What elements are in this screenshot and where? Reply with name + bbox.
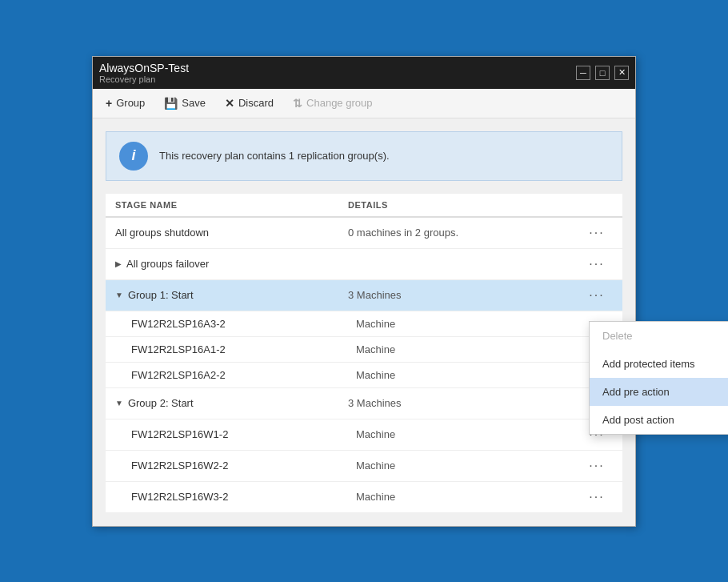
context-menu-add-pre-action[interactable]: Add pre action (590, 378, 728, 406)
row-details-fw16a1: Machine (356, 343, 581, 355)
table-row: FW12R2LSP16W3-2 Machine ··· (106, 482, 622, 513)
dots-button-all-groups-shutdown[interactable]: ··· (581, 224, 613, 242)
context-menu-add-post-action[interactable]: Add post action (590, 406, 728, 434)
info-text: This recovery plan contains 1 replicatio… (159, 150, 390, 162)
close-button[interactable]: ✕ (614, 66, 629, 80)
context-menu: Delete Add protected items Add pre actio… (589, 321, 728, 435)
discard-icon: ✕ (225, 97, 234, 110)
toolbar: + Group 💾 Save ✕ Discard ⇅ Change group (93, 89, 635, 118)
table-row: FW12R2LSP16A3-2 Machine (106, 311, 622, 337)
row-name-fw16w1: FW12R2LSP16W1-2 (131, 428, 356, 440)
info-banner: i This recovery plan contains 1 replicat… (106, 131, 622, 181)
expand-icon: ▶ (115, 259, 122, 268)
table-row-group2: ▼ Group 2: Start 3 Machines ··· (106, 388, 622, 419)
dots-button-all-groups-failover[interactable]: ··· (581, 255, 613, 273)
window-title: AlwaysOnSP-Test (99, 62, 189, 74)
plus-icon: + (106, 97, 112, 110)
row-details-group1-start: 3 Machines (348, 289, 581, 301)
info-icon: i (119, 142, 148, 171)
row-details-fw16a3: Machine (356, 318, 581, 330)
save-icon: 💾 (164, 97, 178, 110)
dots-button-fw16w3[interactable]: ··· (581, 488, 613, 506)
col-stage-name: STAGE NAME (115, 200, 348, 210)
row-name-all-groups-failover: ▶ All groups failover (115, 258, 348, 270)
minimize-button[interactable]: ─ (576, 66, 590, 80)
row-name-fw16w2: FW12R2LSP16W2-2 (131, 460, 356, 472)
table-row: All groups shutdown 0 machines in 2 grou… (106, 218, 622, 249)
change-group-icon: ⇅ (293, 97, 302, 110)
table-row: FW12R2LSP16A1-2 Machine (106, 337, 622, 363)
table-row: ▶ All groups failover ··· (106, 249, 622, 280)
table-row: FW12R2LSP16W2-2 Machine ··· (106, 451, 622, 482)
group-label: Group (116, 97, 145, 109)
change-group-label: Change group (306, 97, 372, 109)
row-name-fw16w3: FW12R2LSP16W3-2 (131, 491, 356, 503)
table-row-group1: ▼ Group 1: Start 3 Machines ··· (106, 280, 622, 311)
col-details: DETAILS (348, 200, 581, 210)
title-bar-left: AlwaysOnSP-Test Recovery plan (99, 62, 189, 84)
maximize-button[interactable]: □ (595, 66, 610, 80)
row-name-fw16a3: FW12R2LSP16A3-2 (131, 318, 356, 330)
row-details-all-groups-shutdown: 0 machines in 2 groups. (348, 227, 581, 239)
add-group-button[interactable]: + Group (102, 95, 148, 111)
main-window: AlwaysOnSP-Test Recovery plan ─ □ ✕ + Gr… (92, 56, 636, 527)
save-label: Save (182, 97, 206, 109)
save-button[interactable]: 💾 Save (161, 95, 209, 111)
table-row: FW12R2LSP16A2-2 Machine (106, 363, 622, 388)
title-bar-controls: ─ □ ✕ (576, 66, 629, 80)
row-name-fw16a1: FW12R2LSP16A1-2 (131, 343, 356, 355)
row-details-fw16w3: Machine (356, 491, 581, 503)
table-container: STAGE NAME DETAILS All groups shutdown 0… (106, 194, 622, 513)
row-name-all-groups-shutdown: All groups shutdown (115, 227, 348, 239)
change-group-button[interactable]: ⇅ Change group (290, 95, 375, 111)
dots-button-group1-start[interactable]: ··· (581, 287, 613, 304)
row-details-fw16w2: Machine (356, 460, 581, 472)
row-details-fw16w1: Machine (356, 428, 581, 440)
row-name-group2-start: ▼ Group 2: Start (115, 397, 348, 409)
expand-icon-group1: ▼ (115, 291, 123, 299)
title-bar: AlwaysOnSP-Test Recovery plan ─ □ ✕ (93, 57, 635, 89)
row-name-fw16a2: FW12R2LSP16A2-2 (131, 369, 356, 381)
col-actions (581, 200, 613, 210)
table-row: FW12R2LSP16W1-2 Machine ··· (106, 419, 622, 451)
window-subtitle: Recovery plan (99, 74, 189, 84)
discard-label: Discard (238, 97, 274, 109)
dots-button-fw16w2[interactable]: ··· (581, 457, 613, 475)
row-details-group2-start: 3 Machines (348, 397, 581, 409)
context-menu-add-protected-items[interactable]: Add protected items (590, 350, 728, 378)
context-menu-delete: Delete (590, 322, 728, 350)
row-name-group1-start: ▼ Group 1: Start (115, 289, 348, 301)
expand-icon-group2: ▼ (115, 399, 123, 407)
discard-button[interactable]: ✕ Discard (222, 95, 277, 111)
table-header: STAGE NAME DETAILS (106, 194, 622, 218)
content-area: i This recovery plan contains 1 replicat… (93, 118, 635, 526)
row-details-fw16a2: Machine (356, 369, 581, 381)
